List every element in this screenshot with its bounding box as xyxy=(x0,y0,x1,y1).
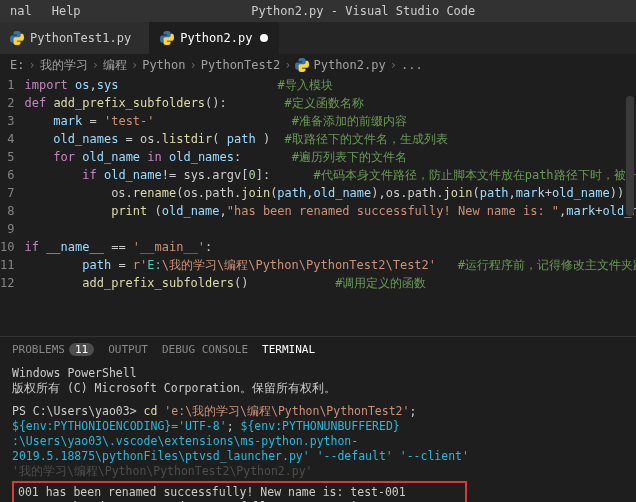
panel-tabs: PROBLEMS11 OUTPUT DEBUG CONSOLE TERMINAL xyxy=(0,337,636,362)
tab-problems[interactable]: PROBLEMS11 xyxy=(12,343,94,356)
terminal-content[interactable]: Windows PowerShell 版权所有 (C) Microsoft Co… xyxy=(0,362,636,502)
breadcrumb-item[interactable]: E: xyxy=(10,58,24,72)
window-title: Python2.py - Visual Studio Code xyxy=(91,4,636,18)
breadcrumb-item[interactable]: Python xyxy=(142,58,185,72)
tab-output[interactable]: OUTPUT xyxy=(108,343,148,356)
tab-label: Python2.py xyxy=(180,31,252,45)
menu-item-help[interactable]: Help xyxy=(42,4,91,18)
terminal-line: Windows PowerShell xyxy=(12,366,624,381)
problems-badge: 11 xyxy=(69,343,94,356)
code-editor[interactable]: 123456789101112 import os,sys #导入模块def a… xyxy=(0,76,636,336)
chevron-right-icon: › xyxy=(131,58,138,72)
tab-pythontest1[interactable]: PythonTest1.py xyxy=(0,22,150,54)
editor-tabs: PythonTest1.py Python2.py xyxy=(0,22,636,54)
tab-label: PythonTest1.py xyxy=(30,31,131,45)
highlighted-output: 001 has been renamed successfully! New n… xyxy=(12,481,467,502)
python-file-icon xyxy=(160,31,174,45)
chevron-right-icon: › xyxy=(92,58,99,72)
scrollbar-thumb[interactable] xyxy=(626,96,634,216)
chevron-right-icon: › xyxy=(190,58,197,72)
bottom-panel: PROBLEMS11 OUTPUT DEBUG CONSOLE TERMINAL… xyxy=(0,336,636,502)
terminal-line: PS C:\Users\yao03> cd 'e:\我的学习\编程\Python… xyxy=(12,404,624,434)
tab-debug-console[interactable]: DEBUG CONSOLE xyxy=(162,343,248,356)
tab-terminal[interactable]: TERMINAL xyxy=(262,343,315,356)
menu-bar: nal Help Python2.py - Visual Studio Code xyxy=(0,0,636,22)
breadcrumb[interactable]: E:› 我的学习› 编程› Python› PythonTest2› Pytho… xyxy=(0,54,636,76)
tab-python2[interactable]: Python2.py xyxy=(150,22,279,54)
breadcrumb-item[interactable]: PythonTest2 xyxy=(201,58,280,72)
terminal-line: 版权所有 (C) Microsoft Corporation。保留所有权利。 xyxy=(12,381,624,396)
breadcrumb-item[interactable]: Python2.py xyxy=(313,58,385,72)
breadcrumb-item[interactable]: ... xyxy=(401,58,423,72)
code-content[interactable]: import os,sys #导入模块def add_prefix_subfol… xyxy=(24,76,636,336)
terminal-output-line: 001 has been renamed successfully! New n… xyxy=(18,485,461,500)
menu-item-terminal[interactable]: nal xyxy=(0,4,42,18)
chevron-right-icon: › xyxy=(284,58,291,72)
breadcrumb-item[interactable]: 编程 xyxy=(103,57,127,74)
terminal-line: '我的学习\编程\Python\PythonTest2\Python2.py' xyxy=(12,464,624,479)
python-file-icon xyxy=(295,58,309,72)
line-number-gutter: 123456789101112 xyxy=(0,76,24,336)
chevron-right-icon: › xyxy=(28,58,35,72)
terminal-line: :\Users\yao03\.vscode\extensions\ms-pyth… xyxy=(12,434,624,464)
breadcrumb-item[interactable]: 我的学习 xyxy=(40,57,88,74)
python-file-icon xyxy=(10,31,24,45)
chevron-right-icon: › xyxy=(390,58,397,72)
dirty-indicator-icon[interactable] xyxy=(260,34,268,42)
